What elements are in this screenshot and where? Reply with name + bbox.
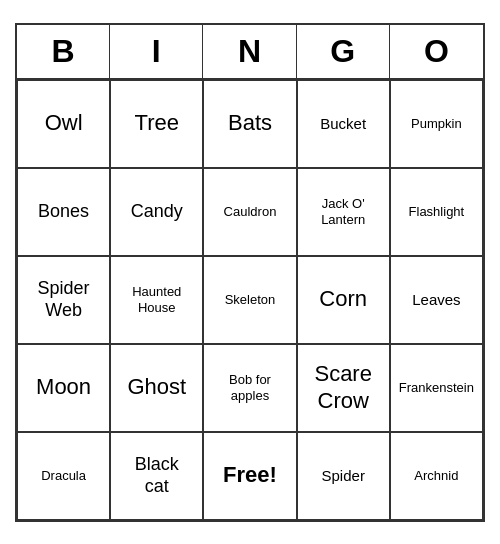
bingo-grid: OwlTreeBatsBucketPumpkinBonesCandyCauldr… xyxy=(17,80,483,520)
bingo-cell: Flashlight xyxy=(390,168,483,256)
bingo-cell: Owl xyxy=(17,80,110,168)
header-letter: O xyxy=(390,25,483,78)
bingo-cell: Ghost xyxy=(110,344,203,432)
header-letter: G xyxy=(297,25,390,78)
bingo-cell: Jack O' Lantern xyxy=(297,168,390,256)
bingo-cell: Leaves xyxy=(390,256,483,344)
bingo-cell: Corn xyxy=(297,256,390,344)
bingo-cell: Haunted House xyxy=(110,256,203,344)
bingo-cell: Free! xyxy=(203,432,296,520)
bingo-cell: Archnid xyxy=(390,432,483,520)
header-letter: B xyxy=(17,25,110,78)
bingo-cell: Bob for apples xyxy=(203,344,296,432)
bingo-cell: Bones xyxy=(17,168,110,256)
bingo-cell: Spider Web xyxy=(17,256,110,344)
bingo-cell: Cauldron xyxy=(203,168,296,256)
bingo-cell: Dracula xyxy=(17,432,110,520)
bingo-cell: Bucket xyxy=(297,80,390,168)
bingo-cell: Frankenstein xyxy=(390,344,483,432)
bingo-cell: Pumpkin xyxy=(390,80,483,168)
bingo-cell: Spider xyxy=(297,432,390,520)
bingo-card: BINGO OwlTreeBatsBucketPumpkinBonesCandy… xyxy=(15,23,485,522)
bingo-cell: Moon xyxy=(17,344,110,432)
bingo-cell: Candy xyxy=(110,168,203,256)
bingo-cell: Scare Crow xyxy=(297,344,390,432)
bingo-cell: Bats xyxy=(203,80,296,168)
header-letter: N xyxy=(203,25,296,78)
header-letter: I xyxy=(110,25,203,78)
bingo-cell: Skeleton xyxy=(203,256,296,344)
bingo-cell: Tree xyxy=(110,80,203,168)
bingo-cell: Black cat xyxy=(110,432,203,520)
bingo-header: BINGO xyxy=(17,25,483,80)
